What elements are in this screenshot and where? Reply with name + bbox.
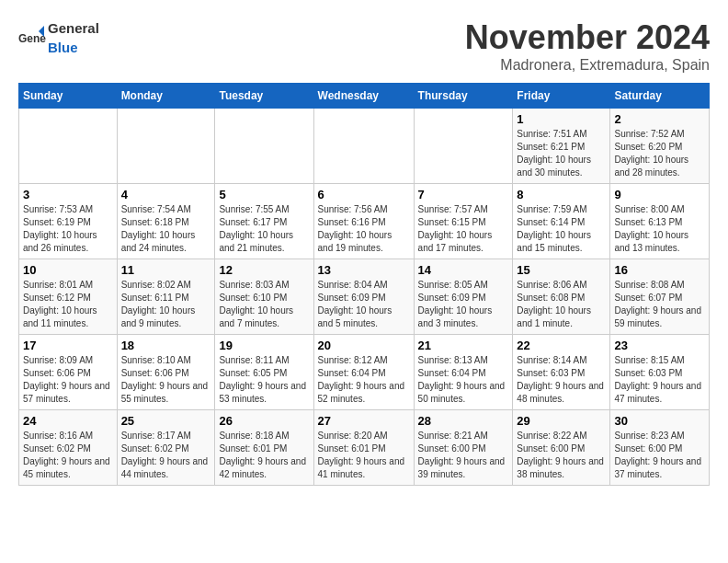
calendar-cell: 25Sunrise: 8:17 AM Sunset: 6:02 PM Dayli…: [117, 410, 215, 486]
calendar-cell: 12Sunrise: 8:03 AM Sunset: 6:10 PM Dayli…: [215, 259, 313, 335]
calendar-cell: 19Sunrise: 8:11 AM Sunset: 6:05 PM Dayli…: [215, 335, 313, 410]
day-info: Sunrise: 7:55 AM Sunset: 6:17 PM Dayligh…: [219, 203, 309, 255]
day-number: 8: [517, 188, 606, 201]
day-number: 27: [318, 414, 410, 428]
day-info: Sunrise: 7:53 AM Sunset: 6:19 PM Dayligh…: [23, 203, 113, 255]
calendar-cell: 22Sunrise: 8:14 AM Sunset: 6:03 PM Dayli…: [513, 335, 610, 410]
calendar-cell: 21Sunrise: 8:13 AM Sunset: 6:04 PM Dayli…: [414, 335, 513, 410]
day-number: 18: [121, 339, 211, 352]
calendar-header-row: SundayMondayTuesdayWednesdayThursdayFrid…: [19, 84, 710, 109]
column-header-wednesday: Wednesday: [313, 84, 414, 109]
day-info: Sunrise: 8:21 AM Sunset: 6:00 PM Dayligh…: [418, 430, 509, 481]
calendar-cell: 6Sunrise: 7:56 AM Sunset: 6:16 PM Daylig…: [313, 184, 414, 259]
column-header-tuesday: Tuesday: [215, 84, 313, 109]
column-header-monday: Monday: [117, 84, 215, 109]
calendar-cell: [215, 109, 313, 184]
calendar-week-row: 1Sunrise: 7:51 AM Sunset: 6:21 PM Daylig…: [19, 109, 710, 184]
day-number: 4: [121, 188, 211, 201]
day-number: 6: [318, 188, 410, 201]
day-number: 29: [517, 414, 606, 428]
calendar-cell: 2Sunrise: 7:52 AM Sunset: 6:20 PM Daylig…: [610, 109, 710, 184]
calendar-cell: 13Sunrise: 8:04 AM Sunset: 6:09 PM Dayli…: [313, 259, 414, 335]
calendar-cell: [19, 109, 118, 184]
calendar-cell: 28Sunrise: 8:21 AM Sunset: 6:00 PM Dayli…: [414, 410, 513, 486]
day-number: 25: [121, 414, 211, 428]
day-info: Sunrise: 8:03 AM Sunset: 6:10 PM Dayligh…: [219, 279, 309, 330]
logo: General General Blue: [18, 18, 99, 57]
calendar-week-row: 3Sunrise: 7:53 AM Sunset: 6:19 PM Daylig…: [19, 184, 710, 259]
day-info: Sunrise: 8:04 AM Sunset: 6:09 PM Dayligh…: [318, 279, 410, 330]
logo-general-text: General: [48, 20, 99, 36]
day-info: Sunrise: 7:56 AM Sunset: 6:16 PM Dayligh…: [318, 203, 410, 255]
day-info: Sunrise: 7:59 AM Sunset: 6:14 PM Dayligh…: [517, 203, 606, 255]
calendar-week-row: 24Sunrise: 8:16 AM Sunset: 6:02 PM Dayli…: [19, 410, 710, 486]
day-info: Sunrise: 7:57 AM Sunset: 6:15 PM Dayligh…: [418, 203, 509, 255]
calendar-cell: 20Sunrise: 8:12 AM Sunset: 6:04 PM Dayli…: [313, 335, 414, 410]
calendar-cell: 18Sunrise: 8:10 AM Sunset: 6:06 PM Dayli…: [117, 335, 215, 410]
column-header-friday: Friday: [513, 84, 610, 109]
calendar-table: SundayMondayTuesdayWednesdayThursdayFrid…: [18, 83, 710, 486]
calendar-cell: 11Sunrise: 8:02 AM Sunset: 6:11 PM Dayli…: [117, 259, 215, 335]
calendar-cell: 15Sunrise: 8:06 AM Sunset: 6:08 PM Dayli…: [513, 259, 610, 335]
day-info: Sunrise: 8:05 AM Sunset: 6:09 PM Dayligh…: [418, 279, 509, 330]
location: Madronera, Extremadura, Spain: [465, 57, 710, 74]
day-info: Sunrise: 8:16 AM Sunset: 6:02 PM Dayligh…: [23, 430, 113, 481]
day-info: Sunrise: 7:54 AM Sunset: 6:18 PM Dayligh…: [121, 203, 211, 255]
calendar-cell: 7Sunrise: 7:57 AM Sunset: 6:15 PM Daylig…: [414, 184, 513, 259]
day-number: 21: [418, 339, 509, 352]
day-info: Sunrise: 8:20 AM Sunset: 6:01 PM Dayligh…: [318, 430, 410, 481]
calendar-cell: 14Sunrise: 8:05 AM Sunset: 6:09 PM Dayli…: [414, 259, 513, 335]
day-number: 13: [318, 263, 410, 277]
calendar-week-row: 10Sunrise: 8:01 AM Sunset: 6:12 PM Dayli…: [19, 259, 710, 335]
day-number: 17: [23, 339, 113, 352]
day-info: Sunrise: 8:13 AM Sunset: 6:04 PM Dayligh…: [418, 354, 509, 406]
day-info: Sunrise: 8:02 AM Sunset: 6:11 PM Dayligh…: [121, 279, 211, 330]
day-info: Sunrise: 8:22 AM Sunset: 6:00 PM Dayligh…: [517, 430, 606, 481]
calendar-cell: 10Sunrise: 8:01 AM Sunset: 6:12 PM Dayli…: [19, 259, 118, 335]
calendar-cell: 3Sunrise: 7:53 AM Sunset: 6:19 PM Daylig…: [19, 184, 118, 259]
logo-icon: General: [18, 24, 46, 52]
day-number: 28: [418, 414, 509, 428]
day-number: 10: [23, 263, 113, 277]
calendar-cell: 30Sunrise: 8:23 AM Sunset: 6:00 PM Dayli…: [610, 410, 710, 486]
day-info: Sunrise: 8:09 AM Sunset: 6:06 PM Dayligh…: [23, 354, 113, 406]
day-number: 15: [517, 263, 606, 277]
day-number: 19: [219, 339, 309, 352]
day-info: Sunrise: 7:51 AM Sunset: 6:21 PM Dayligh…: [517, 128, 606, 179]
day-number: 23: [614, 339, 705, 352]
day-number: 14: [418, 263, 509, 277]
day-number: 26: [219, 414, 309, 428]
calendar-cell: 16Sunrise: 8:08 AM Sunset: 6:07 PM Dayli…: [610, 259, 710, 335]
day-number: 22: [517, 339, 606, 352]
logo-blue-text: Blue: [48, 40, 78, 55]
title-area: November 2024 Madronera, Extremadura, Sp…: [465, 18, 710, 74]
day-info: Sunrise: 8:15 AM Sunset: 6:03 PM Dayligh…: [614, 354, 705, 406]
calendar-cell: 29Sunrise: 8:22 AM Sunset: 6:00 PM Dayli…: [513, 410, 610, 486]
day-number: 3: [23, 188, 113, 201]
calendar-cell: [117, 109, 215, 184]
day-number: 20: [318, 339, 410, 352]
calendar-cell: 4Sunrise: 7:54 AM Sunset: 6:18 PM Daylig…: [117, 184, 215, 259]
day-info: Sunrise: 7:52 AM Sunset: 6:20 PM Dayligh…: [614, 128, 705, 179]
calendar-cell: 9Sunrise: 8:00 AM Sunset: 6:13 PM Daylig…: [610, 184, 710, 259]
day-number: 2: [614, 112, 705, 126]
day-info: Sunrise: 8:01 AM Sunset: 6:12 PM Dayligh…: [23, 279, 113, 330]
day-info: Sunrise: 8:23 AM Sunset: 6:00 PM Dayligh…: [614, 430, 705, 481]
calendar-cell: 27Sunrise: 8:20 AM Sunset: 6:01 PM Dayli…: [313, 410, 414, 486]
calendar-cell: 8Sunrise: 7:59 AM Sunset: 6:14 PM Daylig…: [513, 184, 610, 259]
day-number: 11: [121, 263, 211, 277]
calendar-cell: 23Sunrise: 8:15 AM Sunset: 6:03 PM Dayli…: [610, 335, 710, 410]
calendar-cell: 26Sunrise: 8:18 AM Sunset: 6:01 PM Dayli…: [215, 410, 313, 486]
calendar-cell: 1Sunrise: 7:51 AM Sunset: 6:21 PM Daylig…: [513, 109, 610, 184]
day-number: 7: [418, 188, 509, 201]
calendar-week-row: 17Sunrise: 8:09 AM Sunset: 6:06 PM Dayli…: [19, 335, 710, 410]
day-info: Sunrise: 8:12 AM Sunset: 6:04 PM Dayligh…: [318, 354, 410, 406]
day-number: 12: [219, 263, 309, 277]
calendar-cell: [313, 109, 414, 184]
day-number: 5: [219, 188, 309, 201]
day-info: Sunrise: 8:00 AM Sunset: 6:13 PM Dayligh…: [614, 203, 705, 255]
day-info: Sunrise: 8:11 AM Sunset: 6:05 PM Dayligh…: [219, 354, 309, 406]
day-number: 30: [614, 414, 705, 428]
calendar-cell: [414, 109, 513, 184]
calendar-cell: 17Sunrise: 8:09 AM Sunset: 6:06 PM Dayli…: [19, 335, 118, 410]
